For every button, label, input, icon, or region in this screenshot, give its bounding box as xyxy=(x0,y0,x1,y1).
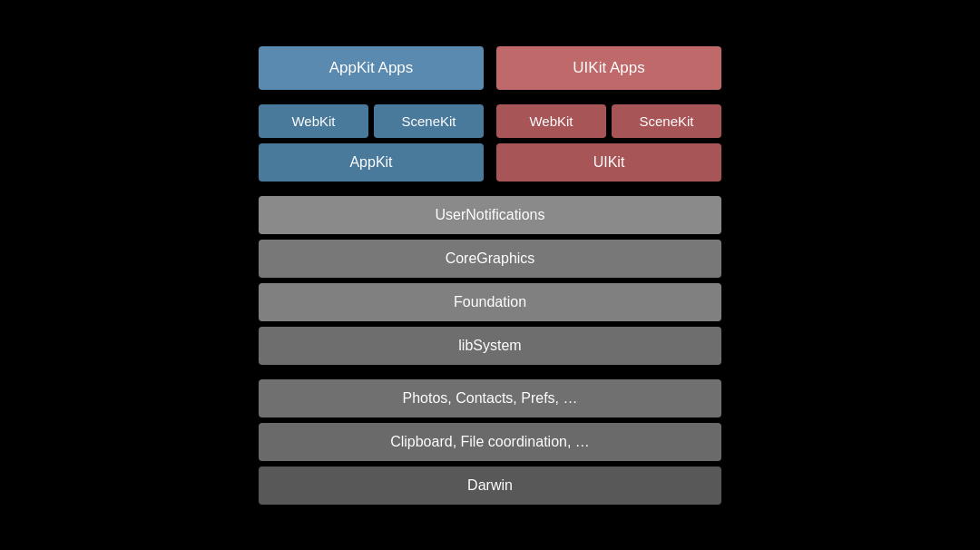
darwin-row: Darwin xyxy=(259,467,721,505)
app-bars-row: AppKit Apps UIKit Apps xyxy=(259,46,721,90)
lib-system-label: libSystem xyxy=(458,338,521,353)
appkit-apps-label: AppKit Apps xyxy=(329,59,414,76)
foundation-label: Foundation xyxy=(454,294,526,309)
shared-layers-group: UserNotifications CoreGraphics Foundatio… xyxy=(259,196,721,365)
blue-webkit-box: WebKit xyxy=(259,104,368,138)
blue-scenekit-label: SceneKit xyxy=(401,113,456,129)
photos-contacts-row: Photos, Contacts, Prefs, … xyxy=(259,379,721,417)
uikit-label: UIKit xyxy=(593,154,625,170)
red-webkit-label: WebKit xyxy=(529,113,573,129)
clipboard-file-row: Clipboard, File coordination, … xyxy=(259,423,721,461)
uikit-apps-label: UIKit Apps xyxy=(573,59,644,76)
blue-sub-frameworks: WebKit SceneKit AppKit xyxy=(259,104,484,182)
clipboard-file-label: Clipboard, File coordination, … xyxy=(390,434,590,449)
appkit-apps-bar: AppKit Apps xyxy=(259,46,484,90)
uikit-box: UIKit xyxy=(496,143,721,182)
core-graphics-label: CoreGraphics xyxy=(446,250,535,266)
photos-contacts-label: Photos, Contacts, Prefs, … xyxy=(403,390,578,406)
red-scenekit-box: SceneKit xyxy=(612,104,721,138)
red-webkit-box: WebKit xyxy=(496,104,606,138)
red-sub-frameworks: WebKit SceneKit UIKit xyxy=(496,104,721,182)
appkit-label: AppKit xyxy=(349,154,392,170)
red-webkit-scenekit-row: WebKit SceneKit xyxy=(496,104,721,138)
blue-webkit-scenekit-row: WebKit SceneKit xyxy=(259,104,484,138)
lib-system-row: libSystem xyxy=(259,327,721,365)
foundation-row: Foundation xyxy=(259,283,721,321)
user-notifications-row: UserNotifications xyxy=(259,196,721,234)
blue-scenekit-box: SceneKit xyxy=(374,104,484,138)
framework-diagram: AppKit Apps UIKit Apps WebKit SceneKit A… xyxy=(259,46,721,505)
blue-webkit-label: WebKit xyxy=(291,113,335,129)
uikit-apps-bar: UIKit Apps xyxy=(496,46,721,90)
red-scenekit-label: SceneKit xyxy=(639,113,693,129)
darwin-label: Darwin xyxy=(467,477,513,493)
core-graphics-row: CoreGraphics xyxy=(259,240,721,278)
appkit-box: AppKit xyxy=(259,143,484,182)
sub-frameworks-row: WebKit SceneKit AppKit WebKit SceneKit xyxy=(259,104,721,182)
bottom-layers-group: Photos, Contacts, Prefs, … Clipboard, Fi… xyxy=(259,379,721,505)
user-notifications-label: UserNotifications xyxy=(436,207,545,222)
